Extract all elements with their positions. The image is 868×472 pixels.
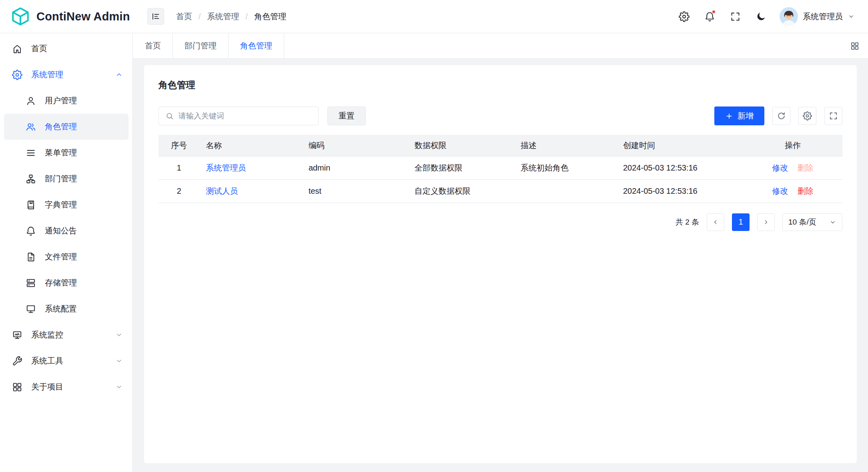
fullscreen-icon	[829, 111, 838, 121]
tab-dept-management[interactable]: 部门管理	[173, 33, 229, 58]
menu-icon	[26, 148, 36, 158]
cell-name: 系统管理员	[200, 156, 302, 179]
edit-link[interactable]: 修改	[772, 163, 788, 172]
column-header-code: 编码	[302, 135, 408, 156]
org-tree-icon	[26, 174, 36, 184]
sidebar-item-system-management[interactable]: 系统管理	[0, 62, 132, 88]
sidebar-item-role-management[interactable]: 角色管理	[4, 114, 128, 140]
page-title: 角色管理	[158, 79, 842, 91]
column-header-data-scope: 数据权限	[408, 135, 514, 156]
pagination-total: 共 2 条	[676, 217, 699, 227]
table-row: 1 系统管理员 admin 全部数据权限 系统初始角色 2024-05-03 1…	[158, 156, 842, 179]
column-header-index: 序号	[158, 135, 200, 156]
home-icon	[12, 44, 22, 54]
sidebar: 首页 系统管理 用户管理 角色管理 菜单管理 部门管理	[0, 33, 133, 472]
chevron-down-icon	[115, 331, 123, 339]
delete-link[interactable]: 删除	[798, 187, 814, 195]
sidebar-item-home[interactable]: 首页	[0, 36, 132, 62]
next-page-button[interactable]	[757, 213, 775, 231]
sidebar-item-dict-management[interactable]: 字典管理	[4, 192, 128, 218]
chevron-down-icon	[115, 383, 123, 391]
add-button[interactable]: 新增	[714, 106, 764, 125]
role-name-link[interactable]: 系统管理员	[206, 163, 246, 172]
tool-icon	[12, 356, 22, 366]
tabbar-spacer	[284, 33, 842, 58]
cell-created-at: 2024-05-03 12:53:16	[617, 179, 743, 203]
team-icon	[26, 122, 36, 132]
content: 角色管理 重置 新增	[133, 59, 868, 472]
fullscreen-button[interactable]	[728, 10, 742, 23]
bell-icon	[26, 226, 36, 236]
role-table: 序号 名称 编码 数据权限 描述 创建时间 操作 1	[158, 135, 842, 203]
chevron-left-icon	[712, 219, 719, 226]
sidebar-collapse-button[interactable]	[147, 8, 164, 25]
sidebar-item-label: 文件管理	[45, 251, 77, 262]
table-row: 2 测试人员 test 自定义数据权限 2024-05-03 12:53:16 …	[158, 179, 842, 203]
sidebar-item-notice[interactable]: 通知公告	[4, 218, 128, 244]
sidebar-item-label: 系统工具	[31, 356, 63, 366]
dark-mode-button[interactable]	[754, 10, 768, 23]
column-header-actions: 操作	[743, 135, 842, 156]
page-size-value: 10 条/页	[788, 217, 816, 227]
cell-data-scope: 全部数据权限	[408, 156, 514, 179]
topbar: ContiNew Admin 首页 / 系统管理 / 角色管理	[0, 0, 868, 33]
cell-name: 测试人员	[200, 179, 302, 203]
topbar-main: 首页 / 系统管理 / 角色管理	[133, 7, 868, 26]
sidebar-item-menu-management[interactable]: 菜单管理	[4, 140, 128, 166]
chevron-down-icon	[115, 357, 123, 365]
breadcrumb-separator: /	[246, 12, 248, 21]
sidebar-item-about-project[interactable]: 关于项目	[0, 374, 132, 400]
apps-icon	[12, 382, 22, 392]
sidebar-item-label: 存储管理	[45, 277, 77, 288]
sidebar-item-label: 系统管理	[31, 69, 63, 80]
breadcrumb: 首页 / 系统管理 / 角色管理	[176, 11, 286, 22]
cell-description: 系统初始角色	[514, 156, 617, 179]
sidebar-item-label: 首页	[31, 43, 47, 54]
notifications-button[interactable]	[703, 10, 716, 23]
prev-page-button[interactable]	[707, 213, 724, 231]
table-fullscreen-button[interactable]	[824, 107, 842, 125]
edit-link[interactable]: 修改	[772, 187, 788, 195]
role-name-link[interactable]: 测试人员	[206, 187, 238, 195]
refresh-button[interactable]	[772, 107, 790, 125]
column-header-name: 名称	[200, 135, 302, 156]
sidebar-item-label: 部门管理	[45, 173, 77, 184]
sidebar-item-system-tools[interactable]: 系统工具	[0, 348, 132, 374]
sidebar-item-system-config[interactable]: 系统配置	[4, 296, 128, 322]
cell-created-at: 2024-05-03 12:53:16	[617, 156, 743, 179]
sidebar-item-user-management[interactable]: 用户管理	[4, 88, 128, 114]
reset-button[interactable]: 重置	[327, 106, 366, 125]
table-settings-button[interactable]	[798, 107, 816, 125]
cell-index: 2	[158, 179, 200, 203]
sidebar-item-label: 关于项目	[31, 382, 63, 392]
sidebar-item-dept-management[interactable]: 部门管理	[4, 166, 128, 192]
sidebar-item-file-management[interactable]: 文件管理	[4, 244, 128, 270]
sidebar-item-storage-management[interactable]: 存储管理	[4, 270, 128, 296]
storage-icon	[26, 278, 36, 288]
search-input[interactable]	[178, 112, 312, 121]
user-menu[interactable]: 系统管理员	[780, 7, 855, 26]
toolbar: 重置 新增	[158, 106, 842, 125]
user-name: 系统管理员	[803, 11, 843, 22]
settings-button[interactable]	[677, 10, 691, 23]
computer-icon	[12, 330, 22, 340]
cell-description	[514, 179, 617, 203]
breadcrumb-item-home[interactable]: 首页	[176, 11, 192, 22]
page-number-current[interactable]: 1	[732, 213, 750, 231]
tab-actions-button[interactable]	[842, 33, 868, 58]
sidebar-item-label: 系统监控	[31, 329, 63, 340]
sidebar-item-system-monitor[interactable]: 系统监控	[0, 322, 132, 348]
tab-home[interactable]: 首页	[133, 33, 173, 58]
refresh-icon	[777, 111, 786, 121]
sidebar-item-label: 菜单管理	[45, 147, 77, 158]
cell-actions: 修改 删除	[743, 179, 842, 203]
tab-role-management[interactable]: 角色管理	[229, 33, 284, 58]
toolbar-right: 新增	[714, 106, 842, 125]
cell-actions: 修改 删除	[743, 156, 842, 179]
moon-icon	[756, 11, 766, 22]
logo-area: ContiNew Admin	[0, 6, 133, 26]
breadcrumb-item-system[interactable]: 系统管理	[207, 11, 239, 22]
fullscreen-icon	[730, 11, 741, 22]
page-size-select[interactable]: 10 条/页	[782, 213, 842, 231]
sidebar-item-label: 系统配置	[45, 303, 77, 314]
